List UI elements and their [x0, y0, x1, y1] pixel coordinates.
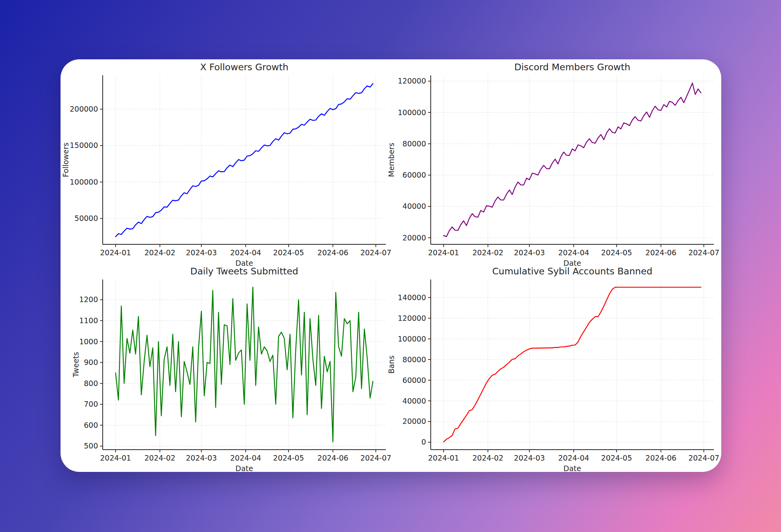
y-tick-label: 1000 [79, 337, 98, 346]
charts-canvas: 2024-012024-022024-032024-042024-052024-… [61, 59, 721, 472]
x-tick-label: 2024-07 [360, 248, 391, 257]
y-tick-label: 20000 [403, 233, 426, 242]
y-tick-label: 150000 [70, 141, 98, 149]
x-tick-label: 2024-03 [514, 454, 545, 462]
y-tick-label: 1200 [79, 295, 98, 304]
y-axis-label: Members [387, 142, 396, 177]
chart-discord-members: 2024-012024-022024-032024-042024-052024-… [387, 62, 719, 267]
x-tick-label: 2024-05 [273, 248, 304, 257]
y-tick-label: 600 [84, 421, 98, 429]
y-tick-label: 100000 [70, 178, 98, 186]
x-tick-label: 2024-02 [144, 454, 175, 462]
y-tick-label: 100000 [398, 335, 426, 343]
y-tick-label: 200000 [70, 105, 98, 113]
x-axis-ticks: 2024-012024-022024-032024-042024-052024-… [428, 450, 719, 462]
y-tick-label: 80000 [403, 139, 426, 148]
y-tick-label: 1100 [79, 316, 98, 325]
y-axis-ticks: 500600700800900100011001200 [79, 295, 103, 450]
y-tick-label: 40000 [403, 397, 426, 405]
x-tick-label: 2024-03 [186, 454, 217, 462]
x-axis-ticks: 2024-012024-022024-032024-042024-052024-… [428, 244, 719, 257]
chart-sybil-bans: 2024-012024-022024-032024-042024-052024-… [387, 266, 719, 472]
x-tick-label: 2024-04 [230, 248, 261, 257]
chart-title: Discord Members Growth [514, 62, 630, 73]
y-tick-label: 40000 [403, 202, 426, 210]
y-tick-label: 0 [421, 438, 426, 446]
gridlines [431, 75, 714, 244]
y-tick-label: 60000 [403, 376, 426, 384]
x-tick-label: 2024-03 [514, 248, 545, 257]
chart-daily-tweets: 2024-012024-022024-032024-042024-052024-… [71, 266, 391, 472]
x-tick-label: 2024-07 [688, 248, 719, 257]
y-axis-label: Bans [387, 356, 396, 374]
x-tick-label: 2024-04 [558, 248, 589, 257]
y-tick-label: 80000 [403, 355, 426, 364]
y-tick-label: 120000 [398, 77, 426, 85]
x-tick-label: 2024-06 [317, 248, 348, 257]
x-tick-label: 2024-01 [428, 248, 459, 257]
x-tick-label: 2024-06 [645, 248, 676, 257]
x-axis-ticks: 2024-012024-022024-032024-042024-052024-… [100, 450, 391, 462]
chart-title: X Followers Growth [200, 62, 288, 73]
y-axis-ticks: 50000100000150000200000 [70, 105, 103, 222]
y-tick-label: 500 [84, 441, 98, 450]
gridlines [103, 279, 386, 450]
y-tick-label: 20000 [403, 417, 426, 425]
x-tick-label: 2024-05 [601, 248, 632, 257]
series-line-x-followers [116, 84, 373, 237]
x-tick-label: 2024-03 [186, 248, 217, 257]
y-tick-label: 50000 [75, 214, 98, 222]
x-axis-label: Date [563, 464, 581, 472]
x-tick-label: 2024-07 [360, 454, 391, 462]
y-axis-ticks: 020000400006000080000100000120000140000 [398, 293, 431, 447]
gridlines [431, 279, 714, 450]
x-tick-label: 2024-04 [230, 454, 261, 462]
x-tick-label: 2024-02 [473, 454, 503, 462]
x-tick-label: 2024-01 [100, 454, 131, 462]
x-tick-label: 2024-01 [100, 248, 131, 257]
x-axis-label: Date [235, 464, 253, 472]
y-tick-label: 800 [84, 379, 98, 388]
series-line-sybil-bans [444, 287, 701, 442]
chart-title: Daily Tweets Submitted [190, 266, 298, 277]
x-axis-ticks: 2024-012024-022024-032024-042024-052024-… [100, 244, 391, 257]
y-tick-label: 60000 [403, 171, 426, 179]
x-tick-label: 2024-06 [645, 454, 676, 462]
x-tick-label: 2024-01 [428, 454, 459, 462]
x-tick-label: 2024-02 [473, 248, 503, 257]
x-tick-label: 2024-05 [601, 454, 632, 462]
series-line-discord-members [444, 83, 701, 237]
y-tick-label: 100000 [398, 108, 426, 117]
chart-x-followers: 2024-012024-022024-032024-042024-052024-… [61, 62, 391, 267]
y-tick-label: 700 [84, 400, 98, 408]
y-axis-label: Followers [61, 142, 70, 177]
y-axis-label: Tweets [71, 352, 80, 378]
x-tick-label: 2024-02 [144, 248, 175, 257]
x-tick-label: 2024-05 [273, 454, 304, 462]
dashboard-card: 2024-012024-022024-032024-042024-052024-… [61, 59, 721, 472]
x-tick-label: 2024-06 [317, 454, 348, 462]
y-axis-ticks: 20000400006000080000100000120000 [398, 77, 431, 242]
chart-title: Cumulative Sybil Accounts Banned [492, 266, 652, 277]
y-tick-label: 140000 [398, 293, 426, 302]
x-tick-label: 2024-04 [558, 454, 589, 462]
series-line-daily-tweets [116, 287, 373, 442]
y-tick-label: 900 [84, 358, 98, 367]
y-tick-label: 120000 [398, 314, 426, 322]
x-tick-label: 2024-07 [688, 454, 719, 462]
